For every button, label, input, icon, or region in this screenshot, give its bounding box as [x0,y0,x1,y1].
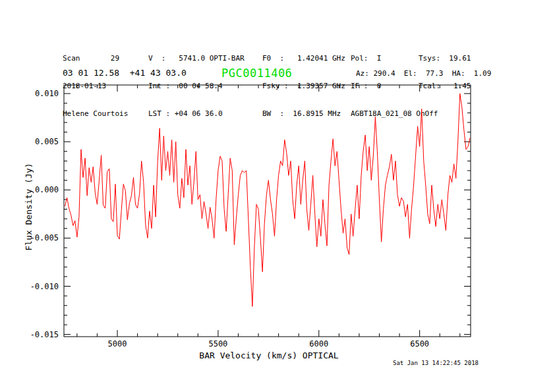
x-axis-label: BAR Velocity (km/s) OPTICAL [183,350,355,360]
y-tick-label: 0.005 [19,137,59,146]
x-axis-ticks [77,85,460,337]
x-tick-label: 6500 [400,339,440,349]
spectrum-line [65,94,471,306]
gbtidl-spectrum-page: Scan 29 2018-01-13 Helene Courtois V : 5… [0,0,555,392]
x-tick-label: 5000 [98,339,137,349]
y-tick-label: -0.010 [19,282,59,291]
x-tick-label: 5500 [198,339,238,349]
y-tick-label: 0.010 [19,89,59,98]
y-axis-label: Flux Density (Jy) [24,172,34,251]
y-axis-ticks [64,94,471,335]
spectrum-plot-canvas [0,0,555,392]
plot-frame [64,85,471,337]
x-tick-label: 6000 [299,339,339,349]
y-tick-label: -0.015 [19,330,59,339]
plot-timestamp: Sat Jan 13 14:22:45 2018 [393,360,479,366]
